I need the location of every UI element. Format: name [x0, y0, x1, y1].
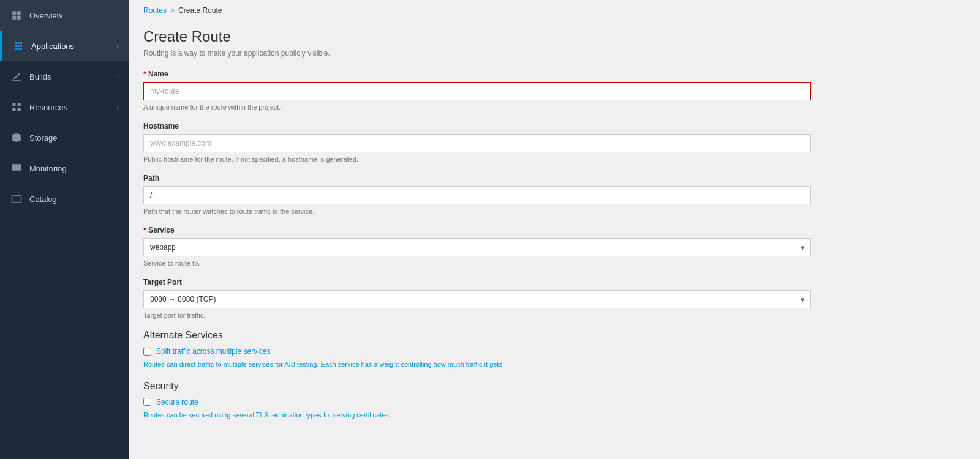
split-traffic-label[interactable]: Split traffic across multiple services — [156, 347, 271, 356]
target-port-select-wrapper: 8080 → 8080 (TCP) — [143, 290, 811, 308]
page-subtitle: Routing is a way to make your applicatio… — [143, 49, 965, 58]
service-select[interactable]: webapp — [143, 238, 811, 256]
breadcrumb-current: Create Route — [178, 6, 222, 15]
sidebar: Overview Applications › Builds › Resourc… — [0, 0, 129, 459]
security-heading: Security — [143, 381, 965, 392]
name-label: Name — [143, 70, 965, 78]
secure-route-row: Secure route — [143, 398, 965, 406]
resources-icon — [10, 100, 23, 114]
path-label: Path — [143, 174, 965, 182]
service-hint: Service to route to. — [143, 259, 965, 267]
page-title: Create Route — [143, 28, 965, 45]
sidebar-item-overview[interactable]: Overview — [0, 0, 129, 31]
target-port-hint: Target port for traffic. — [143, 312, 965, 319]
sidebar-item-label: Applications — [31, 42, 74, 51]
name-field-section: Name A unique name for the route within … — [143, 70, 965, 111]
alternate-services-info: Routes can direct traffic to multiple se… — [143, 359, 811, 370]
builds-icon — [10, 70, 23, 83]
chevron-right-icon: › — [116, 73, 119, 80]
sidebar-item-label: Overview — [29, 11, 62, 20]
path-input[interactable] — [143, 186, 811, 204]
hostname-hint: Public hostname for the route. If not sp… — [143, 155, 965, 163]
target-port-select[interactable]: 8080 → 8080 (TCP) — [143, 290, 811, 308]
target-port-label: Target Port — [143, 278, 965, 286]
sidebar-item-label: Monitoring — [29, 164, 67, 173]
service-field-section: Service webapp Service to route to. — [143, 226, 965, 267]
monitoring-icon — [10, 162, 23, 175]
sidebar-item-label: Builds — [29, 72, 51, 81]
sidebar-item-monitoring[interactable]: Monitoring — [0, 153, 129, 184]
sidebar-item-storage[interactable]: Storage — [0, 122, 129, 153]
grid-icon — [10, 9, 23, 22]
catalog-icon — [10, 192, 23, 206]
svg-rect-3 — [18, 108, 21, 111]
secure-route-label[interactable]: Secure route — [156, 398, 198, 406]
chevron-right-icon: › — [116, 103, 119, 111]
breadcrumb-separator: > — [170, 6, 175, 15]
breadcrumb: Routes > Create Route — [129, 0, 980, 21]
sidebar-item-label: Resources — [29, 103, 67, 112]
main-content: Routes > Create Route Create Route Routi… — [129, 0, 980, 459]
sidebar-item-builds[interactable]: Builds › — [0, 61, 129, 92]
svg-rect-6 — [12, 195, 21, 203]
page-content: Create Route Routing is a way to make yo… — [129, 21, 980, 455]
security-section: Security Secure route Routes can be secu… — [143, 381, 965, 420]
hostname-input[interactable] — [143, 134, 811, 152]
sidebar-item-catalog[interactable]: Catalog — [0, 184, 129, 214]
alternate-services-section: Alternate Services Split traffic across … — [143, 330, 965, 370]
alternate-services-heading: Alternate Services — [143, 330, 965, 341]
apps-icon — [12, 39, 25, 53]
name-hint: A unique name for the route within the p… — [143, 103, 965, 111]
svg-rect-2 — [12, 108, 15, 111]
path-hint: Path that the router watches to route tr… — [143, 207, 965, 215]
sidebar-item-applications[interactable]: Applications › — [0, 31, 129, 61]
sidebar-item-resources[interactable]: Resources › — [0, 92, 129, 122]
security-info: Routes can be secured using several TLS … — [143, 410, 811, 420]
chevron-right-icon: › — [116, 42, 119, 50]
split-traffic-checkbox[interactable] — [143, 348, 151, 356]
split-traffic-row: Split traffic across multiple services — [143, 347, 965, 356]
svg-rect-1 — [18, 103, 21, 106]
target-port-field-section: Target Port 8080 → 8080 (TCP) Target por… — [143, 278, 965, 319]
svg-rect-0 — [12, 103, 15, 106]
secure-route-checkbox[interactable] — [143, 398, 151, 406]
breadcrumb-parent[interactable]: Routes — [143, 6, 167, 15]
storage-icon — [10, 131, 23, 144]
service-select-wrapper: webapp — [143, 238, 811, 256]
sidebar-item-label: Catalog — [29, 195, 57, 204]
service-label: Service — [143, 226, 965, 234]
hostname-field-section: Hostname Public hostname for the route. … — [143, 122, 965, 163]
svg-rect-5 — [12, 164, 21, 171]
sidebar-item-label: Storage — [29, 133, 58, 143]
path-field-section: Path Path that the router watches to rou… — [143, 174, 965, 215]
name-input[interactable] — [143, 82, 811, 100]
hostname-label: Hostname — [143, 122, 965, 130]
